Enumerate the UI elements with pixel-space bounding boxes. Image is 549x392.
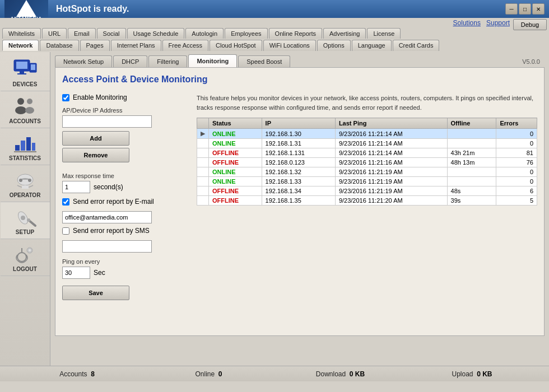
row-ip: 192.168.1.33 bbox=[262, 177, 335, 186]
svg-rect-11 bbox=[21, 141, 25, 151]
row-ip: 192.168.1.30 bbox=[262, 129, 335, 139]
table-row[interactable]: OFFLINE 192.168.1.131 9/23/2016 11:21:14… bbox=[197, 148, 537, 158]
send-sms-checkbox[interactable] bbox=[62, 227, 69, 235]
col-errors: Errors bbox=[496, 118, 537, 129]
support-link[interactable]: Support bbox=[486, 19, 510, 27]
tab-network[interactable]: Network bbox=[2, 40, 39, 51]
tab-advertising[interactable]: Advertising bbox=[323, 28, 366, 39]
tab-online-reports[interactable]: Online Reports bbox=[269, 28, 322, 39]
ping-input[interactable] bbox=[62, 267, 90, 279]
nav-row-1: Whitelists URL Email Social Usage Schedu… bbox=[0, 27, 549, 39]
send-sms-row: Send error report by SMS bbox=[62, 227, 185, 235]
tab-social[interactable]: Social bbox=[97, 28, 126, 39]
table-row[interactable]: ONLINE 192.168.1.33 9/23/2016 11:21:19 A… bbox=[197, 177, 537, 186]
tab-employees[interactable]: Employees bbox=[225, 28, 267, 39]
send-email-checkbox[interactable] bbox=[62, 198, 69, 206]
table-row[interactable]: ONLINE 192.168.1.32 9/23/2016 11:21:19 A… bbox=[197, 167, 537, 177]
status-bar: Accounts 8 Online 0 Download 0 KB Upload… bbox=[0, 366, 549, 381]
svg-rect-3 bbox=[17, 73, 26, 74]
debug-button[interactable]: Debug bbox=[513, 19, 547, 30]
sidebar-item-operator[interactable]: OPERATOR bbox=[1, 165, 50, 202]
email-input[interactable] bbox=[62, 211, 152, 223]
close-button[interactable]: ✕ bbox=[532, 3, 545, 15]
tab-license[interactable]: License bbox=[367, 28, 401, 39]
tab-pages[interactable]: Pages bbox=[80, 40, 110, 51]
sidebar-label-statistics: STATISTICS bbox=[9, 155, 41, 161]
row-ip: 192.168.1.35 bbox=[262, 196, 335, 206]
enable-monitoring-label: Enable Monitoring bbox=[73, 94, 127, 101]
tab-free-access[interactable]: Free Access bbox=[162, 40, 209, 51]
tab-email[interactable]: Email bbox=[68, 28, 96, 39]
subtab-filtering[interactable]: Filtering bbox=[148, 55, 187, 67]
sidebar-item-statistics[interactable]: STATISTICS bbox=[1, 128, 50, 165]
row-arrow bbox=[197, 167, 209, 177]
left-panel: Enable Monitoring AP/Device IP Address A… bbox=[62, 94, 185, 300]
devices-icon bbox=[12, 58, 39, 80]
row-status: OFFLINE bbox=[209, 148, 262, 158]
svg-rect-5 bbox=[31, 64, 35, 70]
table-row[interactable]: OFFLINE 192.168.1.34 9/23/2016 11:21:19 … bbox=[197, 186, 537, 196]
tab-whitelists[interactable]: Whitelists bbox=[2, 28, 41, 39]
sidebar-item-logout[interactable]: LOGOUT bbox=[1, 239, 50, 276]
table-row[interactable]: ▶ ONLINE 192.168.1.30 9/23/2016 11:21:14… bbox=[197, 129, 537, 139]
panel-title: Access Point & Device Monitoring bbox=[62, 74, 537, 87]
sidebar-label-setup: SETUP bbox=[16, 229, 34, 235]
tab-database[interactable]: Database bbox=[40, 40, 78, 51]
tab-autologin[interactable]: Autologin bbox=[185, 28, 224, 39]
svg-point-22 bbox=[27, 218, 30, 222]
subtab-network-setup[interactable]: Network Setup bbox=[55, 55, 112, 67]
subtab-monitoring[interactable]: Monitoring bbox=[188, 54, 237, 67]
online-status: Online 0 bbox=[143, 370, 274, 378]
table-row[interactable]: OFFLINE 192.168.1.35 9/23/2016 11:21:20 … bbox=[197, 196, 537, 206]
row-offline: 48h 13m bbox=[447, 158, 496, 167]
max-response-input-row: second(s) bbox=[62, 181, 185, 193]
enable-monitoring-checkbox[interactable] bbox=[62, 94, 69, 101]
minimize-button[interactable]: ─ bbox=[505, 3, 518, 15]
tab-options[interactable]: Options bbox=[317, 40, 351, 51]
tab-usage-schedule[interactable]: Usage Schedule bbox=[127, 28, 185, 39]
subtab-speed-boost[interactable]: Speed Boost bbox=[238, 55, 290, 67]
table-row[interactable]: ONLINE 192.168.1.31 9/23/2016 11:21:14 A… bbox=[197, 139, 537, 148]
tab-credit-cards[interactable]: Credit Cards bbox=[393, 40, 440, 51]
row-status: ONLINE bbox=[209, 129, 262, 139]
solutions-link[interactable]: Solutions bbox=[453, 19, 481, 27]
tab-internet-plans[interactable]: Internet Plans bbox=[111, 40, 161, 51]
row-arrow bbox=[197, 148, 209, 158]
remove-button[interactable]: Remove bbox=[62, 148, 129, 162]
main-panel: Access Point & Device Monitoring Enable … bbox=[55, 67, 545, 336]
tab-cloud-hotspot[interactable]: Cloud HotSpot bbox=[210, 40, 262, 51]
max-response-input[interactable] bbox=[62, 181, 90, 193]
row-arrow bbox=[197, 177, 209, 186]
send-email-label: Send error report by E-mail bbox=[73, 198, 154, 206]
maximize-button[interactable]: □ bbox=[519, 3, 531, 15]
accounts-icon bbox=[12, 95, 39, 117]
row-status: ONLINE bbox=[209, 139, 262, 148]
setup-icon bbox=[12, 206, 39, 228]
save-button[interactable]: Save bbox=[62, 286, 129, 300]
nav-row-2: Network Database Pages Internet Plans Fr… bbox=[0, 40, 549, 51]
sms-input[interactable] bbox=[62, 240, 152, 253]
tab-language[interactable]: Language bbox=[352, 40, 392, 51]
sidebar-item-accounts[interactable]: ACCOUNTS bbox=[1, 91, 50, 128]
sidebar-item-devices[interactable]: DEVICES bbox=[1, 54, 50, 91]
sidebar-item-setup[interactable]: SETUP bbox=[1, 202, 50, 239]
row-offline: 48s bbox=[447, 186, 496, 196]
form-section: Enable Monitoring AP/Device IP Address A… bbox=[62, 94, 537, 300]
row-errors: 81 bbox=[496, 148, 537, 158]
sidebar: DEVICES ACCOUNTS bbox=[0, 52, 50, 366]
tab-url[interactable]: URL bbox=[42, 28, 67, 39]
ap-ip-label: AP/Device IP Address bbox=[62, 107, 185, 114]
row-errors: 6 bbox=[496, 186, 537, 196]
row-offline bbox=[447, 139, 496, 148]
add-button[interactable]: Add bbox=[62, 131, 129, 146]
subtab-dhcp[interactable]: DHCP bbox=[113, 55, 147, 67]
table-row[interactable]: OFFLINE 192.168.0.123 9/23/2016 11:21:16… bbox=[197, 158, 537, 167]
sidebar-label-operator: OPERATOR bbox=[10, 192, 41, 198]
send-sms-label: Send error report by SMS bbox=[73, 227, 150, 235]
statistics-icon bbox=[12, 132, 39, 154]
row-lastping: 9/23/2016 11:21:14 AM bbox=[335, 148, 447, 158]
app-title: HotSpot is ready. bbox=[56, 4, 129, 14]
tab-wifi-locations[interactable]: WiFi Locations bbox=[263, 40, 316, 51]
ap-ip-input[interactable] bbox=[62, 115, 152, 128]
window-controls[interactable]: ─ □ ✕ bbox=[505, 3, 545, 15]
